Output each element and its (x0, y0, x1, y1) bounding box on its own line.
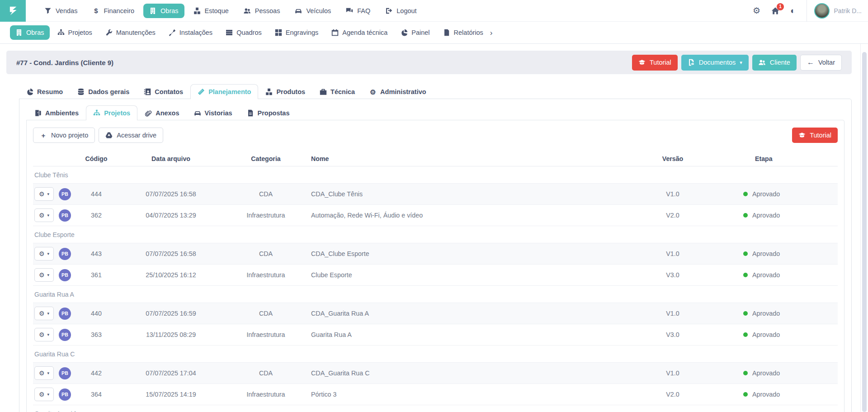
funnel-icon (44, 7, 52, 14)
database-icon (77, 88, 85, 95)
wrench-icon (105, 29, 113, 36)
subnav-item-label: Agenda técnica (342, 29, 387, 36)
page-header-card: #77 - Cond. Jardins (Cliente 9) Tutorial… (6, 51, 852, 74)
row-actions-dropdown[interactable]: ⚙▾ (34, 307, 54, 320)
scrollbar-thumb[interactable] (862, 52, 867, 412)
chevron-right-icon[interactable]: › (490, 29, 493, 37)
subnav-item-manutencoes[interactable]: Manutenções (100, 25, 161, 40)
button-label: Voltar (818, 59, 835, 66)
user-avatar[interactable] (814, 3, 830, 19)
row-actions: ⚙▾PB (33, 268, 71, 282)
cell-versao: V2.0 (623, 391, 722, 398)
topnav-item-label: Estoque (205, 7, 229, 14)
topnav-item-label: Obras (160, 7, 179, 14)
cliente-button[interactable]: Cliente (752, 55, 797, 71)
row-actions-dropdown[interactable]: ⚙▾ (34, 328, 54, 341)
voltar-button[interactable]: ←Voltar (800, 55, 842, 71)
tab-contatos[interactable]: Contatos (137, 84, 190, 99)
documentos-button[interactable]: Documentos▾ (681, 55, 749, 71)
row-actions-dropdown[interactable]: ⚙▾ (34, 268, 54, 282)
projects-table: CódigoData arquivoCategoriaNomeVersãoEta… (33, 151, 838, 412)
subnav-item-relatorios[interactable]: Relatórios (438, 25, 489, 40)
tab-produtos[interactable]: Produtos (258, 84, 312, 99)
caret-down-icon: ▾ (47, 213, 50, 218)
subnav-item-instalacoes[interactable]: Instalações (163, 25, 218, 40)
button-label: Tutorial (650, 59, 671, 66)
new-project-button[interactable]: + Novo projeto (33, 128, 95, 143)
tab-label: Administrativo (380, 88, 426, 95)
row-actions-dropdown[interactable]: ⚙▾ (34, 388, 54, 401)
topnav-item-veiculos[interactable]: Veículos (289, 4, 337, 18)
row-actions: ⚙▾PB (33, 388, 71, 401)
subnav-item-engravings[interactable]: Engravings (269, 25, 324, 40)
tutorial-button[interactable]: Tutorial (632, 55, 678, 71)
tutorial-button[interactable]: Tutorial (792, 128, 838, 143)
subnav-item-agenda-tecnica[interactable]: Agenda técnica (326, 25, 393, 40)
cell-etapa: Aprovado (722, 310, 838, 317)
row-actions: ⚙▾PB (33, 247, 71, 260)
subtab-ambientes[interactable]: Ambientes (27, 105, 86, 120)
topnav-item-pessoas[interactable]: Pessoas (238, 4, 286, 18)
topnav-item-vendas[interactable]: Vendas (38, 4, 83, 18)
cell-categoria: Infraestrutura (221, 391, 311, 398)
topnav-item-obras[interactable]: Obras (143, 4, 184, 18)
row-actions-dropdown[interactable]: ⚙▾ (34, 366, 54, 380)
access-drive-button[interactable]: Acessar drive (99, 128, 163, 143)
table-row-443: ⚙▾PB44307/07/2025 16:58CDACDA_Clube Espo… (33, 243, 838, 265)
main-content: #77 - Cond. Jardins (Cliente 9) Tutorial… (0, 51, 868, 412)
row-actions: ⚙▾PB (33, 307, 71, 320)
topnav-item-estoque[interactable]: Estoque (188, 4, 235, 18)
graduation-cap-icon (798, 132, 806, 139)
tab-dados-gerais[interactable]: Dados gerais (70, 84, 137, 99)
subtab-anexos[interactable]: Anexos (137, 105, 186, 120)
row-actions-dropdown[interactable]: ⚙▾ (34, 208, 54, 222)
theme-contrast-button[interactable]: ◐ (790, 6, 795, 15)
topnav-item-logout[interactable]: Logout (379, 4, 422, 18)
tab-administrativo[interactable]: ⚙Administrativo (362, 84, 434, 99)
cell-nome: CDA_Guarita Rua A (311, 310, 623, 317)
home-button[interactable]: 1 (771, 7, 779, 15)
cell-codigo: 364 (71, 391, 121, 398)
subnav-item-projetos[interactable]: Projetos (52, 25, 98, 40)
topnav-item-faq[interactable]: FAQ (340, 4, 376, 18)
users-icon (244, 7, 251, 14)
status-dot-icon (743, 332, 748, 337)
tab-resumo[interactable]: Resumo (19, 84, 70, 99)
sub-tabs: AmbientesProjetosAnexosVistoriasProposta… (27, 105, 844, 120)
cell-etapa: Aprovado (722, 271, 838, 279)
gear-icon: ⚙ (39, 391, 45, 398)
button-label: Cliente (770, 59, 790, 66)
table-row-361: ⚙▾PB36125/10/2025 16:12InfraestruturaClu… (33, 265, 838, 286)
tab-label: Resumo (37, 88, 63, 95)
tab-planejamento[interactable]: Planejamento (190, 84, 258, 99)
main-tabs: ResumoDados geraisContatosPlanejamentoPr… (19, 84, 868, 99)
tab-label: Propostas (258, 109, 290, 117)
subnav-item-painel[interactable]: Painel (395, 25, 435, 40)
cell-codigo: 361 (71, 271, 121, 279)
car-icon (194, 109, 201, 117)
subtab-propostas[interactable]: Propostas (240, 105, 297, 120)
column-header-categoria: Categoria (221, 155, 311, 162)
subnav-item-obras[interactable]: Obras (10, 25, 50, 40)
settings-gear-button[interactable]: ⚙ (753, 6, 760, 15)
subtab-vistorias[interactable]: Vistorias (187, 105, 240, 120)
status-label: Aprovado (752, 391, 780, 398)
tab-tecnica[interactable]: Técnica (312, 84, 362, 99)
subnav-item-quadros[interactable]: Quadros (220, 25, 267, 40)
topnav-item-label: FAQ (357, 7, 370, 14)
subtab-projetos[interactable]: Projetos (86, 105, 137, 120)
door-icon (34, 109, 42, 117)
topnav-item-financeiro[interactable]: $Financeiro (86, 4, 140, 18)
group-name: Clube Tênis (34, 171, 68, 179)
boxes-icon (265, 88, 273, 95)
cell-versao: V1.0 (623, 369, 722, 377)
row-actions-dropdown[interactable]: ⚙▾ (34, 247, 54, 260)
status-label: Aprovado (752, 212, 780, 219)
column-header-data-arquivo: Data arquivo (121, 155, 221, 162)
vertical-scrollbar[interactable] (860, 44, 868, 412)
app-logo[interactable] (0, 0, 26, 22)
user-name: Patrik D... (834, 7, 862, 14)
status-dot-icon (743, 213, 748, 218)
column-header-codigo: Código (71, 155, 121, 162)
row-actions-dropdown[interactable]: ⚙▾ (34, 187, 54, 201)
